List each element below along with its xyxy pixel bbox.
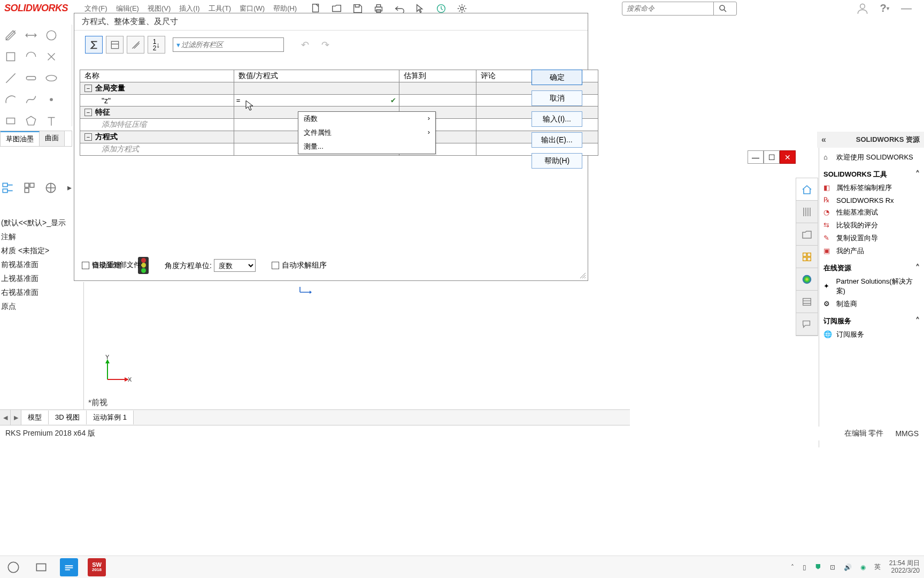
filter-input[interactable] [181, 41, 283, 49]
graphics-viewport[interactable]: YX *前视 [83, 282, 629, 409]
view1-button[interactable] [106, 36, 124, 54]
slot-icon[interactable] [24, 71, 38, 86]
text-icon[interactable] [44, 113, 59, 128]
display-icon[interactable] [44, 180, 58, 196]
tree-root[interactable]: (默认<<默认>_显示 [0, 216, 81, 230]
tray-ime-1[interactable]: ◉ [860, 564, 866, 571]
user-icon[interactable] [856, 2, 869, 16]
tool-benchmark[interactable]: ◔性能基准测试 [823, 206, 920, 219]
tool-my-products[interactable]: ▣我的产品 [823, 245, 920, 257]
tray-network-icon[interactable]: ⊡ [830, 564, 835, 571]
link-external-check[interactable]: 链接至外部文件: [82, 260, 143, 270]
tree-front-plane[interactable]: 前视基准面 [0, 258, 81, 272]
online-partner[interactable]: ✦Partner Solutions(解决方案) [823, 275, 920, 298]
tool-icon-a[interactable] [3, 49, 18, 64]
tool-copy-settings[interactable]: ✎复制设置向导 [823, 232, 920, 245]
taskbar-app-2[interactable] [32, 558, 50, 576]
vt-view-palette[interactable] [796, 246, 818, 268]
subscribe-link[interactable]: 🌐订阅服务 [823, 328, 920, 341]
resize-grip-icon[interactable] [579, 272, 587, 279]
var-eval-cell[interactable] [399, 95, 476, 107]
online-section[interactable]: 在线资源˄ [823, 263, 920, 273]
welcome-link[interactable]: ⌂欢迎使用 SOLIDWORKS [823, 151, 920, 164]
taskbar-app-1[interactable] [4, 558, 22, 576]
features-placeholder[interactable]: 添加特征压缩 [80, 119, 234, 131]
accept-check-icon[interactable]: ✔ [390, 96, 396, 104]
search-input[interactable] [622, 4, 713, 12]
tray-up-icon[interactable]: ˄ [791, 564, 794, 571]
point-icon[interactable] [44, 92, 59, 107]
col-eval-header[interactable]: 估算到 [399, 70, 476, 82]
collapse-icon[interactable]: « [821, 135, 826, 144]
arc-icon[interactable] [3, 92, 18, 107]
tree-annotations[interactable]: 注解 [0, 230, 81, 244]
help-button[interactable]: 帮助(H) [532, 153, 582, 169]
popup-fileprops[interactable]: 文件属性› [298, 126, 435, 140]
tray-shield-icon[interactable]: ⛊ [815, 564, 821, 571]
tray-volume-icon[interactable]: 🔊 [844, 564, 852, 571]
search-box[interactable] [622, 2, 737, 16]
minimize-icon[interactable]: — [899, 2, 913, 16]
import-button[interactable]: 输入(I)... [532, 111, 582, 127]
polygon-icon[interactable] [24, 113, 38, 128]
tree-origin[interactable]: 原点 [0, 300, 81, 314]
line-icon[interactable] [3, 71, 18, 86]
vt-home[interactable] [796, 178, 818, 201]
tab-surface[interactable]: 曲面 [40, 131, 65, 146]
subscribe-section[interactable]: 订阅服务˄ [823, 316, 920, 326]
tree-top-plane[interactable]: 上视基准面 [0, 272, 81, 286]
tree-view-icon[interactable] [1, 180, 15, 196]
var-value-input[interactable] [234, 95, 399, 106]
col-name-header[interactable]: 名称 [80, 70, 234, 82]
export-button[interactable]: 输出(E)... [532, 132, 582, 148]
tool-icon-b[interactable] [24, 49, 38, 64]
tab-nav-next[interactable]: ▶ [11, 410, 21, 425]
var-value-cell[interactable]: ✔ [234, 95, 399, 107]
vt-custom-props[interactable] [796, 291, 818, 313]
group-global[interactable]: −全局变量 [80, 82, 234, 95]
ellipse-icon[interactable] [44, 71, 59, 86]
taskbar-app-3[interactable] [60, 558, 78, 576]
redo-button[interactable]: ↷ [317, 37, 333, 52]
status-units[interactable]: MMGS [895, 429, 919, 438]
tool-icon-c[interactable] [44, 49, 59, 64]
vt-appearances[interactable] [796, 268, 818, 291]
undo-button[interactable]: ↶ [297, 37, 313, 52]
col-value-header[interactable]: 数值/方程式 [234, 70, 399, 82]
tray-clock[interactable]: 21:54 周日 2022/3/20 [889, 560, 920, 574]
tree-material[interactable]: 材质 <未指定> [0, 244, 81, 258]
tool-compare[interactable]: ⇆比较我的评分 [823, 219, 920, 232]
doc-close-icon[interactable]: ✕ [780, 150, 796, 164]
search-icon[interactable] [713, 2, 732, 15]
tools-section[interactable]: SOLIDWORKS 工具˄ [823, 169, 920, 179]
circle-icon[interactable] [44, 28, 59, 43]
tab-model[interactable]: 模型 [21, 410, 49, 424]
taskbar-solidworks[interactable]: SW2018 [88, 558, 106, 576]
help-icon[interactable]: ?▾ [877, 2, 891, 16]
filter-box[interactable]: ▼ [173, 37, 284, 52]
tab-3dview[interactable]: 3D 视图 [49, 410, 87, 424]
tab-nav-prev[interactable]: ◀ [0, 410, 11, 425]
auto-solve-check[interactable]: 自动求解组序 [272, 261, 327, 270]
tool-prop-tab[interactable]: ◧属性标签编制程序 [823, 181, 920, 194]
online-manufacturer[interactable]: ⚙制造商 [823, 298, 920, 310]
smart-dim-icon[interactable] [24, 28, 38, 43]
spline-icon[interactable] [24, 92, 38, 107]
angle-unit-select[interactable]: 度数 [214, 259, 256, 272]
vt-files[interactable] [796, 223, 818, 246]
tray-battery-icon[interactable]: ▯ [803, 564, 806, 571]
tray-ime-lang[interactable]: 英 [874, 562, 881, 572]
tree-right-plane[interactable]: 右视基准面 [0, 286, 81, 300]
config-icon[interactable] [22, 180, 36, 196]
sort-button[interactable]: 12↓ [148, 36, 165, 54]
tab-sketch-ink[interactable]: 草图油墨 [1, 131, 40, 146]
view2-button[interactable] [127, 36, 144, 54]
group-equations[interactable]: −方程式 [80, 131, 234, 143]
equations-placeholder[interactable]: 添加方程式 [80, 143, 234, 156]
rect-icon[interactable] [3, 113, 18, 128]
ok-button[interactable]: 确定 [532, 70, 582, 85]
doc-minimize-icon[interactable]: — [748, 150, 764, 164]
tree-expand-icon[interactable]: ▸ [65, 180, 74, 196]
sigma-button[interactable] [85, 36, 103, 54]
popup-function[interactable]: 函数› [298, 112, 435, 126]
